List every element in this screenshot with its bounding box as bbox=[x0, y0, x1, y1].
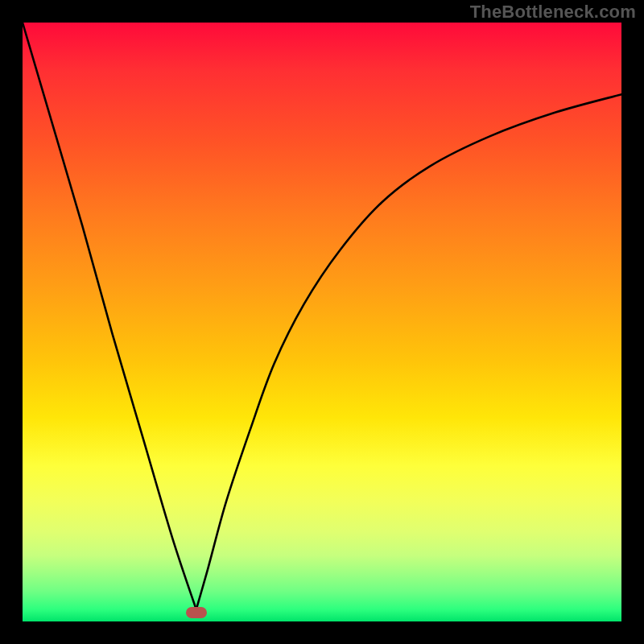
plot-area bbox=[23, 23, 621, 621]
vertex-marker bbox=[186, 607, 207, 618]
chart-container: TheBottleneck.com bbox=[0, 0, 644, 644]
curve-left-branch bbox=[23, 23, 196, 609]
curve-right-branch bbox=[196, 94, 621, 609]
watermark-text: TheBottleneck.com bbox=[470, 2, 636, 23]
curve-svg bbox=[23, 23, 621, 621]
